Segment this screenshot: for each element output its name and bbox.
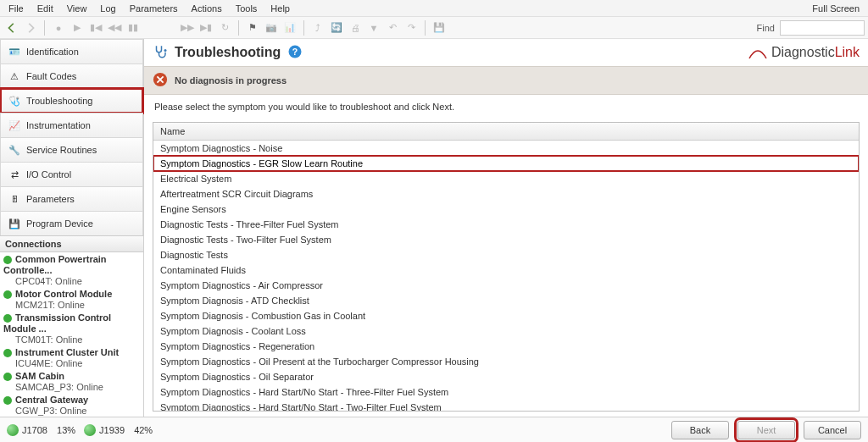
- record-icon: ●: [50, 19, 67, 36]
- next-button[interactable]: Next: [737, 421, 795, 439]
- list-row[interactable]: Symptom Diagnostics - Regeneration: [153, 339, 859, 354]
- list-row[interactable]: Symptom Diagnostics - Hard Start/No Star…: [153, 384, 859, 400]
- find-label: Find: [757, 23, 778, 33]
- status-bar: J1708 13% J1939 42% Back Next Cancel: [0, 417, 868, 442]
- main-panel: Troubleshooting ? DiagnosticLink No diag…: [144, 39, 868, 417]
- menu-edit[interactable]: Edit: [31, 2, 60, 15]
- list-row[interactable]: Symptom Diagnosis - Combustion Gas in Co…: [153, 308, 859, 323]
- export-icon: ⤴: [309, 19, 326, 36]
- menu-tools[interactable]: Tools: [229, 2, 264, 15]
- list-row[interactable]: Contaminated Fluids: [153, 262, 859, 278]
- list-row[interactable]: Diagnostic Tests: [153, 247, 859, 262]
- page-title: Troubleshooting: [175, 45, 281, 60]
- svg-point-0: [164, 49, 167, 52]
- sidebar-item-troubleshooting[interactable]: 🩺 Troubleshooting: [0, 88, 143, 113]
- back-button[interactable]: Back: [671, 421, 729, 439]
- menu-help[interactable]: Help: [264, 2, 297, 15]
- skip-end-icon: ▶▮: [198, 19, 214, 36]
- online-dot-icon: [3, 256, 12, 264]
- sidebar-item-io-control[interactable]: ⇄ I/O Control: [0, 162, 143, 187]
- status-j1708: J1708 13%: [7, 424, 75, 436]
- stethoscope-icon: [153, 44, 168, 61]
- toolbar: ● ▶ ▮◀ ◀◀ ▮▮ ▶▶ ▶▮ ↻ ⚑ 📷 📊 ⤴ 🔄 🖨 ▼ ↶ ↷ 💾…: [0, 17, 868, 39]
- banner-text: No diagnosis in progress: [175, 75, 287, 86]
- connection-item[interactable]: Motor Control ModuleMCM21T: Online: [3, 289, 140, 311]
- error-icon: [153, 72, 168, 89]
- redo-icon: ↷: [403, 19, 420, 36]
- gauge-icon: 📈: [8, 119, 21, 132]
- connection-item[interactable]: Central GatewayCGW_P3: Online: [3, 395, 140, 417]
- sidebar-item-label: I/O Control: [26, 169, 71, 180]
- column-header-name[interactable]: Name: [153, 123, 859, 141]
- loop-icon: ↻: [216, 19, 233, 36]
- list-row[interactable]: Aftertreatment SCR Circuit Diagrams: [153, 186, 859, 202]
- menu-file[interactable]: File: [2, 2, 31, 15]
- online-dot-icon: [3, 349, 12, 357]
- sidebar-item-label: Identification: [26, 47, 79, 57]
- sidebar-item-instrumentation[interactable]: 📈 Instrumentation: [0, 113, 143, 138]
- back-icon[interactable]: [3, 19, 20, 36]
- sidebar-item-fault-codes[interactable]: ⚠ Fault Codes: [0, 64, 143, 89]
- symptom-list: Name Symptom Diagnostics - NoiseSymptom …: [153, 122, 860, 412]
- sidebar-item-label: Troubleshooting: [26, 96, 92, 106]
- list-row[interactable]: Symptom Diagnostics - Air Compressor: [153, 278, 859, 293]
- menu-view[interactable]: View: [60, 2, 94, 15]
- list-row[interactable]: Engine Sensors: [153, 202, 859, 217]
- instruction-text: Please select the symptom you would like…: [144, 95, 868, 119]
- camera-icon: 📷: [263, 19, 280, 36]
- menu-log[interactable]: Log: [93, 2, 122, 15]
- list-row[interactable]: Symptom Diagnosis - Coolant Loss: [153, 323, 859, 339]
- menu-fullscreen[interactable]: Full Screen: [805, 2, 866, 15]
- online-dot-icon: [3, 396, 12, 405]
- flag-icon[interactable]: ⚑: [244, 19, 261, 36]
- save-icon: 💾: [431, 19, 448, 36]
- list-row[interactable]: Symptom Diagnostics - Oil Present at the…: [153, 354, 859, 369]
- sidebar-item-label: Fault Codes: [26, 71, 76, 81]
- find-input[interactable]: [780, 20, 865, 36]
- sidebar-item-label: Instrumentation: [26, 120, 91, 130]
- refresh-icon[interactable]: 🔄: [328, 19, 345, 36]
- list-row[interactable]: Symptom Diagnostics - EGR Slow Learn Rou…: [153, 156, 859, 171]
- list-row[interactable]: Symptom Diagnostics - Noise: [153, 141, 859, 156]
- connection-item[interactable]: SAM CabinSAMCAB_P3: Online: [3, 371, 140, 393]
- help-icon[interactable]: ?: [287, 44, 303, 61]
- list-row[interactable]: Electrical System: [153, 171, 859, 186]
- cancel-button[interactable]: Cancel: [804, 421, 861, 439]
- list-row[interactable]: Symptom Diagnosis - ATD Checklist: [153, 293, 859, 308]
- sliders-icon: 🎚: [8, 192, 21, 206]
- io-icon: ⇄: [8, 168, 21, 181]
- svg-text:?: ?: [292, 47, 298, 57]
- sidebar-item-parameters[interactable]: 🎚 Parameters: [0, 186, 143, 212]
- connection-item[interactable]: Common Powertrain Controlle...CPC04T: On…: [3, 254, 140, 287]
- list-row[interactable]: Symptom Diagnostics - Oil Separator: [153, 369, 859, 384]
- main-header: Troubleshooting ? DiagnosticLink: [144, 39, 868, 66]
- sidebar-item-identification[interactable]: 🪪 Identification: [0, 39, 143, 64]
- list-row[interactable]: Symptom Diagnostics - Hard Start/No Star…: [153, 400, 859, 411]
- menu-bar: File Edit View Log Parameters Actions To…: [0, 0, 868, 17]
- sidebar-item-program-device[interactable]: 💾 Program Device: [0, 211, 143, 236]
- online-dot-icon: [3, 290, 12, 299]
- status-banner: No diagnosis in progress: [144, 66, 868, 95]
- status-dot-icon: [7, 424, 19, 436]
- menu-actions[interactable]: Actions: [185, 2, 229, 15]
- stethoscope-icon: 🩺: [8, 94, 21, 108]
- connection-item[interactable]: Instrument Cluster UnitICU4ME: Online: [3, 347, 140, 369]
- connections-title: Connections: [0, 236, 143, 252]
- chart-icon: 📊: [281, 19, 298, 36]
- connection-item[interactable]: Transmission Control Module ...TCM01T: O…: [3, 312, 140, 345]
- status-j1939: J1939 42%: [84, 424, 153, 436]
- pause-icon: ▮▮: [125, 19, 142, 36]
- online-dot-icon: [3, 373, 12, 381]
- menu-parameters[interactable]: Parameters: [123, 2, 185, 15]
- sidebar-item-label: Parameters: [26, 194, 75, 204]
- sidebar-item-service-routines[interactable]: 🔧 Service Routines: [0, 137, 143, 163]
- forward-icon: [22, 19, 39, 36]
- connections-list[interactable]: Common Powertrain Controlle...CPC04T: On…: [0, 252, 143, 417]
- list-row[interactable]: Diagnostic Tests - Two-Filter Fuel Syste…: [153, 232, 859, 247]
- sidebar-item-label: Program Device: [26, 218, 93, 229]
- skip-start-icon: ▮◀: [87, 19, 104, 36]
- online-dot-icon: [3, 314, 12, 323]
- list-row[interactable]: Diagnostic Tests - Three-Filter Fuel Sys…: [153, 217, 859, 232]
- symptom-list-body[interactable]: Symptom Diagnostics - NoiseSymptom Diagn…: [153, 141, 859, 411]
- play-icon: ▶: [69, 19, 86, 36]
